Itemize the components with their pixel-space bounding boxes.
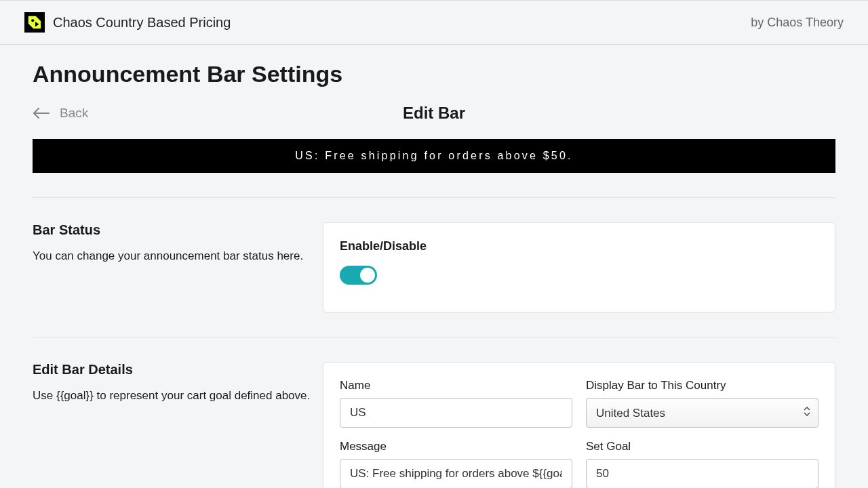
announcement-preview: US: Free shipping for orders above $50. bbox=[33, 139, 835, 173]
edit-bar-title: Edit Bar bbox=[403, 104, 465, 123]
name-input[interactable] bbox=[340, 398, 572, 428]
message-label: Message bbox=[340, 440, 572, 453]
bar-status-description: You can change your announcement bar sta… bbox=[33, 247, 312, 265]
top-bar: Chaos Country Based Pricing by Chaos The… bbox=[0, 0, 868, 45]
goal-label: Set Goal bbox=[586, 440, 818, 453]
edit-bar-details-heading: Edit Bar Details bbox=[33, 362, 312, 378]
bar-status-section: Bar Status You can change your announcem… bbox=[33, 198, 835, 337]
name-label: Name bbox=[340, 379, 572, 392]
bar-status-card: Enable/Disable bbox=[323, 222, 835, 312]
svg-marker-0 bbox=[28, 16, 41, 28]
svg-point-1 bbox=[31, 19, 34, 22]
brand: Chaos Country Based Pricing bbox=[24, 12, 231, 33]
enable-toggle[interactable] bbox=[340, 266, 377, 285]
page-title: Announcement Bar Settings bbox=[33, 61, 835, 87]
arrow-left-icon bbox=[33, 106, 50, 120]
brand-icon bbox=[24, 12, 45, 33]
name-field-group: Name bbox=[340, 379, 572, 428]
subheader: Back Edit Bar bbox=[33, 104, 835, 123]
edit-bar-details-description: Use {{goal}} to represent your cart goal… bbox=[33, 387, 312, 405]
back-label: Back bbox=[60, 106, 88, 121]
message-input[interactable] bbox=[340, 459, 572, 488]
byline: by Chaos Theory bbox=[751, 16, 844, 30]
goal-field-group: Set Goal bbox=[586, 440, 818, 488]
bar-status-heading: Bar Status bbox=[33, 222, 312, 238]
goal-input[interactable] bbox=[586, 459, 818, 488]
edit-bar-details-card: Name Display Bar to This Country United … bbox=[323, 362, 835, 488]
toggle-knob bbox=[360, 268, 375, 283]
message-field-group: Message bbox=[340, 440, 572, 488]
country-select[interactable]: United States bbox=[586, 398, 818, 428]
edit-bar-details-section: Edit Bar Details Use {{goal}} to represe… bbox=[33, 338, 835, 488]
brand-title: Chaos Country Based Pricing bbox=[53, 15, 231, 30]
country-label: Display Bar to This Country bbox=[586, 379, 818, 392]
back-button[interactable]: Back bbox=[33, 106, 403, 121]
country-field-group: Display Bar to This Country United State… bbox=[586, 379, 818, 428]
enable-disable-label: Enable/Disable bbox=[340, 239, 818, 253]
